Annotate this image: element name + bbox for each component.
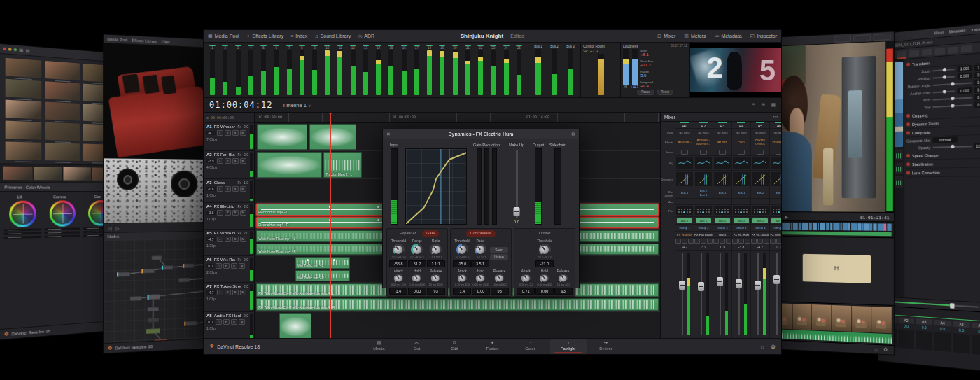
track-lock-icon[interactable]: ∩	[217, 130, 223, 136]
rsm-button[interactable]	[720, 239, 725, 244]
rsm-button[interactable]	[713, 239, 719, 244]
gallery-icon[interactable]: ▦	[19, 48, 23, 52]
video-clip-segment[interactable]	[802, 223, 808, 230]
insert-slot[interactable]	[776, 150, 781, 155]
pan-thumbnail[interactable]	[752, 206, 768, 216]
mixer-strip-a2[interactable]: A2No InputAirSnap...WahWah...Bus 2Bus 3B…	[694, 122, 713, 338]
rgb-bar[interactable]	[4, 232, 41, 235]
track-r-button[interactable]: R	[225, 186, 231, 192]
close-dot-icon[interactable]	[3, 48, 6, 51]
track-s-button[interactable]: S	[232, 290, 239, 295]
mixer-toggle[interactable]: Mixer	[934, 30, 944, 36]
slider-track[interactable]	[932, 146, 972, 148]
page-tab-fairlight[interactable]: ♪Fairlight	[550, 339, 587, 354]
track-fx-badge[interactable]: Fx	[237, 231, 241, 235]
bus-assign-tag[interactable]: Bus 1	[715, 218, 730, 223]
pan-thumbnail[interactable]	[676, 206, 692, 216]
page-tab-color[interactable]: ◔Color	[512, 339, 549, 354]
rsm-button[interactable]	[764, 239, 769, 244]
video-clip-segment[interactable]	[820, 223, 825, 230]
section-enable-dot[interactable]	[906, 122, 910, 126]
insert-slot[interactable]	[738, 150, 745, 155]
metadata-toggle[interactable]: Metadata	[949, 28, 966, 34]
step-back-icon[interactable]: ◁	[108, 225, 111, 230]
dynamics-thumbnail[interactable]	[771, 172, 781, 185]
track-header-a1[interactable]: A1FX WhooshFx2.0-4.7∩RSM7 Clips	[204, 123, 254, 151]
tab-video-icon[interactable]	[897, 50, 906, 57]
fader-handle[interactable]	[736, 279, 742, 288]
track-r-button[interactable]: R	[223, 319, 230, 325]
audio-clip[interactable]: Traction Blast 2 - L	[323, 152, 362, 178]
video-clip-segment[interactable]	[858, 223, 861, 230]
section-enable-dot[interactable]	[906, 162, 910, 166]
track-r-button[interactable]: R	[225, 158, 231, 164]
page-tab-fusion[interactable]: ✦Fusion	[475, 339, 511, 354]
toolbar-button-media-pool[interactable]: ▦Media Pool	[208, 34, 239, 38]
mixer-options-icon[interactable]: ⋯	[774, 114, 778, 120]
media-thumbnail[interactable]	[46, 143, 80, 161]
dynamics-thumbnail[interactable]	[733, 172, 749, 185]
strip-fader[interactable]	[713, 251, 732, 338]
rsm-button[interactable]	[745, 239, 750, 244]
insert-slot[interactable]	[719, 150, 726, 155]
knob-control[interactable]	[476, 274, 485, 283]
audio-clip[interactable]	[257, 124, 307, 150]
fader-handle[interactable]	[774, 275, 780, 284]
lower-timeline[interactable]	[772, 301, 894, 345]
media-thumbnail[interactable]	[6, 100, 42, 120]
media-thumbnail[interactable]	[46, 61, 80, 80]
video-clip-segment[interactable]	[887, 224, 892, 231]
effect-name[interactable]: Chorus	[755, 142, 765, 146]
track-lock-icon[interactable]: ∩	[217, 210, 223, 216]
track-s-button[interactable]: S	[232, 186, 239, 192]
rsm-button[interactable]	[726, 239, 732, 244]
rsm-button[interactable]	[751, 239, 757, 244]
strip-fader[interactable]	[694, 251, 713, 338]
color-wheel-control[interactable]	[9, 201, 36, 228]
video-clip-segment[interactable]	[818, 223, 819, 230]
section-enable-dot[interactable]	[906, 131, 910, 134]
bus-assign-tag[interactable]: Bus 1	[771, 218, 781, 223]
track-fx-badge[interactable]: Fx	[237, 153, 241, 157]
track-s-button[interactable]: S	[231, 263, 237, 269]
track-m-button[interactable]: M	[240, 290, 246, 295]
insert-slot[interactable]	[681, 150, 688, 155]
tab-file-icon[interactable]	[961, 45, 972, 52]
track-r-button[interactable]: R	[225, 237, 231, 242]
mixer-strip-a1[interactable]: A1No InputAirScrap...Bus 1Bus 1Group 1FX…	[676, 122, 694, 338]
mixer-strip-a3[interactable]: A3No InputAirVibeBus 1Bus 1Group 3Glass-…	[713, 122, 732, 338]
knob-control[interactable]	[475, 244, 486, 255]
video-clip-segment[interactable]	[883, 223, 886, 230]
slider-value[interactable]: 0.000	[958, 87, 972, 94]
knob-control[interactable]	[412, 274, 421, 283]
video-clip-segment[interactable]	[798, 223, 802, 230]
knob-control[interactable]	[559, 274, 568, 283]
page-tab-deliver[interactable]: ➔Deliver	[588, 339, 624, 354]
rsm-button[interactable]	[707, 239, 713, 244]
toolbar-button-effects-library[interactable]: ✧Effects Library	[246, 34, 284, 38]
video-clip-segment[interactable]	[834, 223, 840, 230]
video-clip-segment[interactable]	[862, 223, 864, 230]
audio-clip[interactable]	[257, 152, 322, 178]
inspector-toggle[interactable]: Inspector	[971, 26, 980, 32]
pan-thumbnail[interactable]	[714, 206, 730, 216]
rgb-bar[interactable]	[4, 236, 41, 239]
knob-control[interactable]	[540, 274, 549, 283]
fader-handle[interactable]	[755, 281, 761, 290]
audio-clip[interactable]: Wet Traffic.wav - R	[295, 270, 350, 282]
knob-control[interactable]	[458, 274, 467, 283]
step-forward-icon[interactable]: ▷	[116, 225, 120, 230]
track-m-button[interactable]: M	[240, 237, 246, 242]
track-r-button[interactable]: R	[225, 290, 231, 295]
toolbar-button-mixer[interactable]: ⊟Mixer	[657, 34, 676, 38]
track-r-button[interactable]: R	[223, 263, 230, 269]
track-header-a4[interactable]: A4FX Electric HumFx2.0-3.8∩RSM1 Clip	[204, 203, 254, 230]
color-wheel-control[interactable]	[50, 200, 76, 227]
make-up-fader[interactable]	[516, 150, 518, 218]
video-clip-segment[interactable]	[851, 223, 857, 230]
rgb-bar[interactable]	[44, 231, 80, 234]
monitor-label[interactable]: SP	[583, 49, 588, 53]
video-clip-segment[interactable]	[809, 223, 812, 230]
video-clip-segment[interactable]	[841, 223, 843, 230]
keyframe-dot[interactable]	[377, 219, 379, 221]
